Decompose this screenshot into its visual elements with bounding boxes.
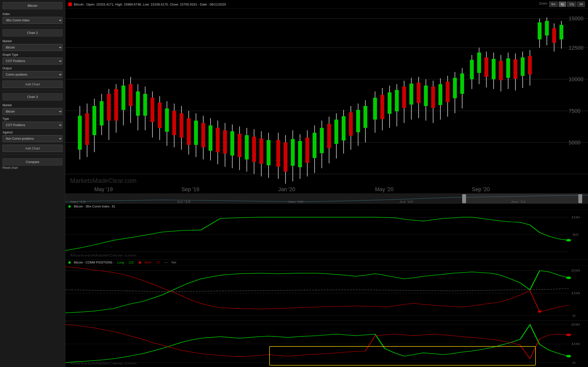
net-label: Net xyxy=(172,261,176,264)
cot-svg: 200 100 0 xyxy=(65,266,588,321)
long-value: 122 xyxy=(129,261,134,264)
zoom-4y-btn[interactable]: 4y xyxy=(559,2,566,7)
svg-rect-31 xyxy=(129,84,132,106)
svg-rect-111 xyxy=(342,116,345,141)
zoom-6m-btn[interactable]: 6m xyxy=(549,2,558,7)
price-dot xyxy=(68,3,72,6)
navigator-bar[interactable]: Jan '19 Jul '19 Jan '20 Jul '20 Jan '21 xyxy=(65,194,588,204)
svg-text:100: 100 xyxy=(571,292,580,295)
svg-point-163 xyxy=(566,239,571,242)
long-dot xyxy=(68,261,71,264)
svg-rect-125 xyxy=(417,83,420,103)
add-chart-btn-2[interactable]: Add Chart xyxy=(3,81,63,88)
svg-rect-55 xyxy=(470,60,474,79)
svg-rect-63 xyxy=(538,22,542,39)
svg-rect-129 xyxy=(431,87,435,108)
svg-rect-67 xyxy=(552,28,556,43)
svg-rect-133 xyxy=(446,82,450,102)
type-select[interactable]: COT Positions xyxy=(3,122,63,129)
svg-rect-29 xyxy=(122,86,125,110)
against-select[interactable]: Non Comm positions xyxy=(3,135,63,142)
market-select-3[interactable]: Bitcoin xyxy=(3,108,63,115)
svg-rect-135 xyxy=(453,78,457,98)
svg-rect-101 xyxy=(305,138,309,163)
svg-rect-43 xyxy=(276,140,280,167)
svg-rect-25 xyxy=(107,94,111,121)
svg-text:10000: 10000 xyxy=(569,76,583,82)
svg-text:Jul '20: Jul '20 xyxy=(399,200,413,203)
long-label: Long : xyxy=(117,261,126,264)
type-label: Type xyxy=(3,117,63,121)
cot-legend-bar: Bitcoin - COMM POSITIONS - Long : 122 Sh… xyxy=(65,260,588,266)
divider1 xyxy=(3,26,63,27)
market-label-2: Market xyxy=(3,39,63,43)
short-dot xyxy=(139,261,141,264)
price-info-text: Bitcoin : Open: 15333.4171, High: 15968.… xyxy=(74,3,226,6)
svg-rect-117 xyxy=(363,106,367,128)
svg-rect-57 xyxy=(477,53,481,73)
bottom-cot-panel: 200 100 0 MarketsMadeClear.com xyxy=(65,321,588,367)
zoom-label: Zoom xyxy=(539,2,547,7)
index-svg: 100 50 MarketsMadeClear.com xyxy=(65,209,588,259)
chart2-fields: Market Bitcoin Graph Type COT Positions … xyxy=(3,38,63,78)
svg-rect-49 xyxy=(373,98,377,120)
svg-rect-139 xyxy=(499,61,503,80)
svg-rect-83 xyxy=(216,128,220,152)
graph-type-select[interactable]: COT Positions xyxy=(3,58,63,65)
add-chart-btn-3[interactable]: Add Chart xyxy=(3,145,63,152)
svg-rect-115 xyxy=(356,110,360,132)
svg-rect-23 xyxy=(100,101,103,126)
svg-rect-99 xyxy=(298,141,302,167)
svg-rect-47 xyxy=(291,139,295,166)
svg-rect-131 xyxy=(439,84,442,105)
svg-rect-33 xyxy=(136,91,140,116)
svg-rect-143 xyxy=(513,59,517,79)
svg-rect-147 xyxy=(528,56,532,75)
svg-rect-141 xyxy=(506,58,510,78)
svg-rect-59 xyxy=(485,57,488,77)
net-dash: — xyxy=(165,261,168,264)
svg-point-179 xyxy=(566,355,571,357)
svg-text:5000: 5000 xyxy=(569,140,580,145)
svg-rect-19 xyxy=(85,113,89,145)
svg-text:MarketsMadeClear.com: MarketsMadeClear.com xyxy=(70,253,136,257)
short-value: 70 xyxy=(156,261,159,264)
main-area: Bitcoin : Open: 15333.4171, High: 15968.… xyxy=(65,0,588,367)
svg-text:200: 200 xyxy=(571,323,580,327)
svg-rect-21 xyxy=(92,106,96,135)
svg-rect-95 xyxy=(259,139,263,164)
svg-rect-137 xyxy=(460,73,464,94)
svg-text:May '19: May '19 xyxy=(94,186,113,192)
svg-rect-79 xyxy=(172,111,176,135)
svg-text:0: 0 xyxy=(572,314,575,318)
svg-rect-69 xyxy=(559,25,563,39)
svg-rect-105 xyxy=(320,128,324,153)
chart-info-bar: Bitcoin : Open: 15333.4171, High: 15968.… xyxy=(65,0,588,9)
index-legend-dot xyxy=(68,205,71,208)
charts-container: 15000 12500 10000 7500 5000 May '19 Sep … xyxy=(65,9,588,367)
zoom-10y-btn[interactable]: 10y xyxy=(567,2,576,7)
index-select[interactable]: 36m Comm Index xyxy=(3,17,63,24)
svg-text:15000: 15000 xyxy=(569,16,583,21)
candlestick-panel: 15000 12500 10000 7500 5000 May '19 Sep … xyxy=(65,9,588,194)
reset-chart-link[interactable]: Reset chart xyxy=(3,166,63,170)
zoom-all-btn[interactable]: All xyxy=(577,2,585,7)
svg-rect-127 xyxy=(424,86,428,106)
market-select-2[interactable]: Bitcoin xyxy=(3,44,63,51)
svg-text:7500: 7500 xyxy=(569,108,580,114)
divider2 xyxy=(3,90,63,91)
svg-text:MarketsMadeClear.com: MarketsMadeClear.com xyxy=(70,177,136,184)
output-select[interactable]: Comm positions xyxy=(3,71,63,78)
index-legend-text: Bitcoin - 36m Comm Index : 61 xyxy=(74,205,115,208)
index-legend-bar: Bitcoin - 36m Comm Index : 61 xyxy=(65,204,588,209)
svg-text:200: 200 xyxy=(571,269,580,273)
svg-rect-53 xyxy=(388,92,391,114)
svg-point-180 xyxy=(566,334,571,336)
svg-text:50: 50 xyxy=(572,233,578,236)
svg-rect-119 xyxy=(395,90,399,111)
chart1-title: Bitcoin xyxy=(3,2,63,9)
svg-point-171 xyxy=(566,277,571,279)
index-label: Index xyxy=(3,12,63,16)
divider3 xyxy=(3,154,63,155)
svg-text:Jan '21: Jan '21 xyxy=(511,200,526,203)
